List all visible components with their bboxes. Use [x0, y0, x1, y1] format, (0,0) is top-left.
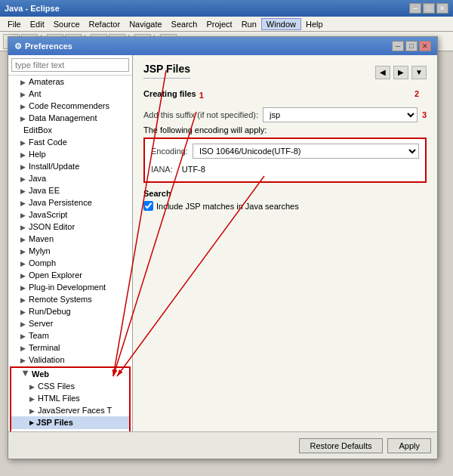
menu-search[interactable]: Search	[167, 19, 202, 29]
tree-java-ee[interactable]: ▶Java EE	[8, 184, 132, 196]
tree-filter	[8, 55, 132, 76]
encoding-label: Encoding:	[151, 147, 188, 156]
tree-data-management[interactable]: ▶Data Management	[8, 112, 132, 124]
tree-team[interactable]: ▶Team	[8, 329, 132, 342]
annotation-2: 2	[414, 89, 419, 98]
nav-dropdown-icon[interactable]: ▼	[411, 66, 427, 79]
tree-fast-code[interactable]: ▶Fast Code	[8, 136, 132, 148]
close-button[interactable]: ✕	[436, 3, 448, 14]
tree-json-editor[interactable]: ▶JSON Editor	[8, 221, 132, 233]
annotation-3: 3	[422, 110, 427, 119]
menu-run[interactable]: Run	[237, 19, 261, 29]
suffix-select[interactable]: jsp	[263, 107, 418, 122]
encoding-row: Encoding: ISO 10646/Unicode(UTF-8) UTF-8…	[151, 144, 419, 159]
menu-refactor[interactable]: Refactor	[85, 19, 125, 29]
tree-editbox[interactable]: EditBox	[8, 124, 132, 136]
window-title: Java - Eclipse	[5, 4, 60, 13]
tree-terminal[interactable]: ▶Terminal	[8, 342, 132, 354]
tree-install-update[interactable]: ▶Install/Update	[8, 160, 132, 172]
suffix-label: Add this suffix (if not specified):	[143, 110, 258, 119]
tree-panel: ▶Amateras ▶Ant ▶Code Recommenders ▶Data …	[8, 55, 133, 431]
right-panel: JSP Files ◀ ▶ ▼ Creating files 1 2 A	[133, 55, 437, 431]
tree-server[interactable]: ▶Server	[8, 317, 132, 329]
search-label: Search	[143, 189, 427, 198]
dialog-title: ⚙ Preferences	[14, 42, 72, 51]
tree-maven[interactable]: ▶Maven	[8, 233, 132, 245]
dialog-icon: ⚙	[14, 42, 22, 51]
maximize-button[interactable]: □	[423, 3, 435, 14]
preferences-dialog: ⚙ Preferences ─ □ ✕ ▶Amateras ▶Ant ▶Code…	[8, 36, 438, 459]
tree-run-debug[interactable]: ▶Run/Debug	[8, 305, 132, 317]
menu-edit[interactable]: Edit	[26, 19, 49, 29]
jsp-search-row: Include JSP matches in Java searches	[143, 201, 427, 211]
tree-jsf[interactable]: ▶JavaServer Faces T	[11, 404, 129, 416]
iana-row: IANA: UTF-8	[151, 165, 419, 174]
creating-files-label: Creating files	[143, 89, 196, 98]
dialog-close[interactable]: ✕	[419, 41, 431, 51]
minimize-button[interactable]: ─	[409, 3, 421, 14]
tree-plugin-dev[interactable]: ▶Plug-in Development	[8, 281, 132, 293]
restore-defaults-button[interactable]: Restore Defaults	[299, 438, 384, 453]
tree-code-recommenders[interactable]: ▶Code Recommenders	[8, 100, 132, 112]
menu-navigate[interactable]: Navigate	[125, 19, 166, 29]
nav-forward-icon[interactable]: ▶	[393, 66, 408, 79]
tree-javascript[interactable]: ▶JavaScript	[8, 209, 132, 221]
tree-jsp-files[interactable]: ▸ JSP Files	[11, 416, 129, 429]
tree-html-files[interactable]: ▶HTML Files	[11, 392, 129, 404]
annotation-1: 1	[199, 91, 204, 100]
dialog-minimize[interactable]: ─	[392, 41, 404, 51]
tree-web[interactable]: ▶Web	[11, 368, 129, 380]
title-bar: Java - Eclipse ─ □ ✕	[0, 0, 453, 17]
tree-validation[interactable]: ▶Validation	[8, 354, 132, 366]
iana-label: IANA:	[151, 165, 173, 174]
menu-project[interactable]: Project	[202, 19, 236, 29]
menu-file[interactable]: File	[3, 19, 26, 29]
tree-oomph[interactable]: ▶Oomph	[8, 257, 132, 269]
apply-button[interactable]: Apply	[387, 438, 431, 453]
jsp-search-label: Include JSP matches in Java searches	[156, 202, 299, 211]
dialog-content: ▶Amateras ▶Ant ▶Code Recommenders ▶Data …	[8, 55, 437, 431]
tree-items: ▶Amateras ▶Ant ▶Code Recommenders ▶Data …	[8, 76, 132, 431]
filter-input[interactable]	[11, 58, 129, 72]
tree-ant[interactable]: ▶Ant	[8, 88, 132, 100]
tree-help[interactable]: ▶Help	[8, 148, 132, 160]
dialog-maximize[interactable]: □	[405, 41, 418, 51]
window-controls: ─ □ ✕	[409, 3, 448, 14]
tree-remote-systems[interactable]: ▶Remote Systems	[8, 293, 132, 305]
dialog-title-bar: ⚙ Preferences ─ □ ✕	[8, 37, 437, 55]
tree-amateras[interactable]: ▶Amateras	[8, 76, 132, 88]
iana-value: UTF-8	[182, 165, 205, 174]
suffix-row: Add this suffix (if not specified): jsp …	[143, 107, 427, 122]
dialog-controls: ─ □ ✕	[392, 41, 431, 51]
tree-open-explorer[interactable]: ▶Open Explorer	[8, 269, 132, 281]
panel-title: JSP Files	[143, 63, 190, 79]
dialog-bottom: Restore Defaults Apply	[8, 431, 437, 459]
nav-back-icon[interactable]: ◀	[375, 66, 390, 79]
tree-css-files[interactable]: ▶CSS Files	[11, 380, 129, 392]
menu-window[interactable]: Window	[261, 18, 301, 30]
jsp-search-checkbox[interactable]	[143, 201, 153, 211]
tree-java[interactable]: ▶Java	[8, 172, 132, 184]
encoding-box: Encoding: ISO 10646/Unicode(UTF-8) UTF-8…	[143, 138, 427, 183]
menu-source[interactable]: Source	[49, 19, 85, 29]
menu-bar: File Edit Source Refactor Navigate Searc…	[0, 17, 453, 32]
tree-web-page-editor[interactable]: ▶Web Page Editor	[11, 429, 129, 431]
encoding-desc-label: The following encoding will apply:	[143, 125, 427, 134]
tree-mylyn[interactable]: ▶Mylyn	[8, 245, 132, 257]
encoding-select[interactable]: ISO 10646/Unicode(UTF-8) UTF-8 ISO-8859-…	[193, 144, 419, 159]
tree-java-persistence[interactable]: ▶Java Persistence	[8, 196, 132, 209]
search-section: Search Include JSP matches in Java searc…	[143, 189, 427, 211]
menu-help[interactable]: Help	[301, 19, 328, 29]
